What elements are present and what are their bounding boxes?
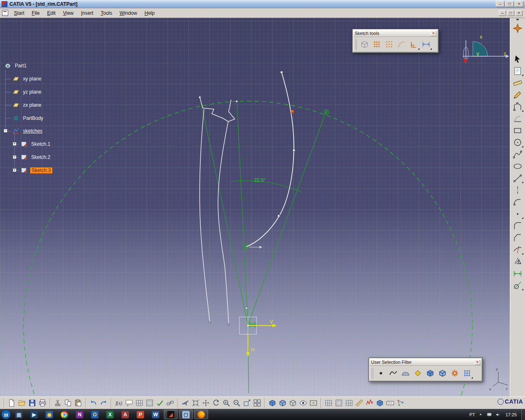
menu-tools[interactable]: Tools [97,9,116,17]
chamfer-icon[interactable] [512,232,523,243]
axis-icon[interactable] [512,184,523,196]
tree-item-part1[interactable]: Part1 [4,62,28,70]
mdi-close-button[interactable]: × [515,10,523,16]
save-icon[interactable] [27,398,37,408]
selected-point[interactable] [291,110,294,113]
surface-filter-icon[interactable] [400,367,411,379]
paste-icon[interactable] [73,398,83,408]
rectangle-icon[interactable] [512,124,523,136]
ellipse-icon[interactable] [512,160,523,172]
taskbar-onenote[interactable]: N [73,410,87,419]
graph-tree-icon[interactable] [395,398,406,408]
curve-filter-icon[interactable] [387,367,399,379]
zoom-in-icon[interactable] [221,398,232,408]
language-indicator[interactable]: PT [469,412,475,417]
tree-item-sketch-1[interactable]: Sketch.1 [21,140,52,148]
measure-icon[interactable] [354,398,365,408]
profile-icon[interactable] [512,101,523,112]
point-filter-icon[interactable] [375,367,387,379]
hide-show-icon[interactable] [298,398,308,408]
arc-icon[interactable] [512,196,523,208]
tree-label[interactable]: Sketch.3 [30,167,53,174]
taskbar-system-app[interactable]: ▦ [12,410,26,419]
taskbar-media-player[interactable]: ▶ [27,410,41,419]
drag-handle[interactable] [355,39,357,50]
geometrical-constraints-icon[interactable] [408,39,420,50]
operation-icon[interactable] [512,112,523,124]
new-document-icon[interactable] [7,398,17,408]
pan-icon[interactable] [201,398,211,408]
frame-icon[interactable] [144,398,155,408]
compass-anchor[interactable] [464,59,467,62]
taskbar-powerpoint[interactable]: P [133,410,147,419]
copy-icon[interactable] [63,398,73,408]
cut-icon[interactable] [53,398,63,408]
tree-collapse-box[interactable]: - [4,129,7,133]
network-icon[interactable] [486,412,492,418]
wireframe-cube-icon[interactable] [288,398,298,408]
tree-item-sketch-3[interactable]: Sketch.3 [21,166,53,174]
multi-view-icon[interactable] [252,398,262,408]
fly-mode-icon[interactable] [180,398,190,408]
circle-icon[interactable] [512,136,523,148]
tree-item-yz-plane[interactable]: yz plane [12,88,43,96]
menu-edit[interactable]: Edit [44,9,60,17]
red-curve-analysis-icon[interactable] [365,398,375,408]
tree-item-xy-plane[interactable]: xy plane [12,75,43,83]
sketch-tools-close-icon[interactable]: × [431,31,436,36]
formula-fx-icon[interactable]: f(x) [114,398,124,408]
select-icon[interactable] [512,53,523,65]
taskbar-excel[interactable]: X [103,410,117,419]
tree-label[interactable]: Sketch.1 [30,141,52,147]
normal-view-icon[interactable] [242,398,252,408]
mdi-minimize-button[interactable]: – [499,10,506,16]
fit-all-in-icon[interactable] [190,398,201,408]
ruler-icon[interactable] [512,77,523,89]
show-desktop-button[interactable] [521,409,525,420]
redo-icon[interactable] [99,398,109,408]
print-icon[interactable] [37,398,48,408]
taskbar-photo-viewer[interactable]: ◉ [42,410,56,419]
show-hidden-icons-icon[interactable] [478,412,484,418]
shaded-cube-icon[interactable] [267,398,277,408]
grid-filter-icon[interactable] [461,367,473,379]
taskbar-access[interactable]: A [118,410,132,419]
tree-label[interactable]: PartBody [22,115,44,121]
menu-view[interactable]: View [59,9,77,17]
trim-icon[interactable] [512,243,523,255]
taskbar-firefox[interactable] [194,410,208,419]
menu-start[interactable]: Start [10,9,28,17]
feature-filter-icon[interactable] [449,367,461,379]
taskbar-clock[interactable]: 17:25 [504,412,518,417]
layer-list-1-icon[interactable] [323,398,334,408]
menu-file[interactable]: File [28,9,43,17]
drag-handle[interactable] [371,368,373,379]
colored-cube-icon[interactable] [375,398,385,408]
menu-help[interactable]: Help [141,9,158,17]
mdi-restore-button[interactable]: □ [507,10,514,16]
annotation-bubble-icon[interactable] [124,398,134,408]
grid-icon[interactable] [371,39,383,50]
tree-expand-box[interactable]: + [13,142,16,146]
dimensional-constraints-icon[interactable] [420,39,432,50]
sheet-icon[interactable] [512,65,523,77]
minimize-button[interactable]: – [496,1,504,7]
tree-item-sketch-2[interactable]: Sketch.2 [21,153,52,161]
taskbar-outlook[interactable]: O [88,410,102,419]
shaded-edges-cube-icon[interactable] [277,398,288,408]
pencil-icon[interactable] [512,89,523,101]
corner-icon[interactable] [512,220,523,232]
tree-label[interactable]: zx plane [22,102,43,108]
construction-elements-icon[interactable] [396,39,407,50]
design-table-icon[interactable] [134,398,144,408]
tree-item-sketches[interactable]: sketches [12,127,44,135]
tree-label[interactable]: yz plane [22,89,43,95]
tree-item-zx-plane[interactable]: zx plane [12,101,43,109]
taskbar-catia[interactable]: ◢ [164,410,178,419]
snap-to-point-icon[interactable] [383,39,395,50]
menu-insert[interactable]: Insert [77,9,97,17]
toolbar-overflow-icon[interactable] [516,19,519,22]
rotate-icon[interactable] [211,398,221,408]
tree-label[interactable]: sketches [22,128,44,134]
volume-icon[interactable] [495,412,501,418]
